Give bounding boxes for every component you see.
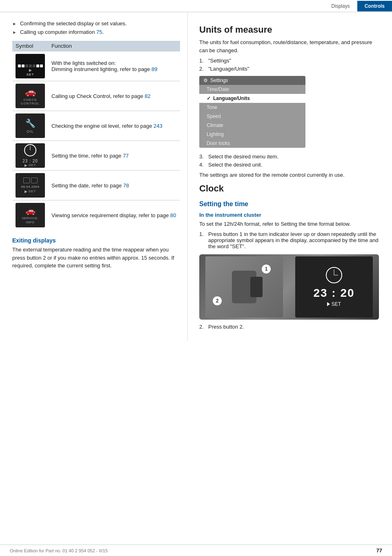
cluster-time-display: 23 : 20: [313, 287, 354, 300]
units-footer-text: The settings are stored for the remote c…: [199, 171, 382, 179]
clock-step-text-2: Press button 2.: [208, 324, 244, 330]
oil-label: OIL: [27, 129, 34, 133]
service-car-icon: 🚗: [25, 206, 36, 216]
sym-block: [40, 64, 43, 67]
clock-step-2: 2. Press button 2.: [199, 324, 382, 330]
step-text: "Language/Units": [208, 66, 249, 72]
table-row: 23 : 20 ▶ SET Setting the time, refer to…: [12, 141, 180, 171]
cluster-left-panel: 2 1: [205, 256, 283, 318]
settings-item-doorlocks: Door locks: [199, 139, 305, 148]
arrow-small2: ▶: [24, 189, 27, 193]
cluster-right-panel: 23 : 20 SET: [295, 256, 373, 318]
units-step-1: 1. "Settings": [199, 58, 382, 64]
date-text: 08.04.2004: [21, 185, 39, 189]
bullet-item-2: ► Calling up computer information 75.: [12, 29, 180, 35]
settings-symbol: ▶ SET: [16, 54, 45, 78]
sym-cell-service: 🚗 SERVICE-INFO: [12, 200, 48, 230]
units-step-3: 3. Select the desired menu item.: [199, 153, 382, 160]
settings-item-language: ✓ Language/Units: [199, 94, 305, 103]
link-243[interactable]: 243: [154, 123, 163, 129]
func-cell-service: Viewing service requirement display, ref…: [48, 200, 180, 230]
col-function: Function: [48, 41, 180, 51]
oil-symbol: 🔧 OIL: [16, 113, 45, 138]
step-num-4: 4.: [199, 162, 208, 168]
tab-controls[interactable]: Controls: [357, 1, 392, 11]
sym-block-dark: [29, 64, 32, 67]
bullet-text-1: Confirming the selected display or set v…: [20, 20, 127, 27]
sym-block: [18, 64, 21, 67]
func-cell-check: Calling up Check Control, refer to page …: [48, 81, 180, 111]
step-text-4: Select the desired unit.: [208, 162, 262, 168]
clock-step-2-list: 2. Press button 2.: [199, 324, 382, 330]
badge-1: 1: [262, 265, 271, 274]
footer-page: 77: [376, 547, 382, 554]
clock-heading: Clock: [199, 183, 382, 194]
set-label: SET: [29, 163, 36, 167]
step-text: "Settings": [208, 58, 231, 64]
sym-label: SET: [27, 73, 34, 76]
footer-text: Online Edition for Part no. 01 40 2 954 …: [10, 548, 108, 553]
service-symbol: 🚗 SERVICE-INFO: [16, 203, 45, 227]
main-content: ► Confirming the selected display or set…: [0, 12, 392, 341]
units-step-4: 4. Select the desired unit.: [199, 162, 382, 168]
bullet-item-1: ► Confirming the selected display or set…: [12, 20, 180, 27]
lever: [250, 277, 263, 297]
step-text-3: Select the desired menu item.: [208, 153, 278, 160]
table-row: 🚗 SERVICE-INFO Viewing service requireme…: [12, 200, 180, 230]
tab-displays[interactable]: Displays: [324, 1, 357, 11]
settings-title-bar: ⚙ Settings: [199, 76, 305, 85]
service-label: SERVICE-INFO: [22, 216, 39, 224]
sym-icon-row: [18, 64, 43, 67]
date-box: [31, 178, 38, 183]
symbol-function-table: Symbol Function: [12, 41, 180, 230]
checkmark-icon: ✓: [207, 96, 211, 101]
instrument-cluster-heading: In the instrument cluster: [199, 212, 382, 218]
settings-gear-icon: ⚙: [203, 78, 208, 83]
clock-step-num-2: 2.: [199, 324, 208, 330]
func-cell-oil: Checking the engine oil level, refer to …: [48, 111, 180, 141]
bullet2-link[interactable]: 75: [96, 29, 102, 35]
set-display: ▶ SET: [24, 163, 36, 167]
badge-2: 2: [213, 296, 222, 305]
clock-hand-3: [334, 275, 338, 276]
settings-item-speed: Speed: [199, 112, 305, 121]
bullet-text-2: Calling up computer information 75.: [20, 29, 104, 35]
sym-block: [22, 64, 24, 67]
bullet-arrow-1: ►: [12, 21, 17, 26]
page-footer: Online Edition for Part no. 01 40 2 954 …: [0, 545, 392, 556]
link-77[interactable]: 77: [123, 153, 129, 159]
sym-cell-date: 08.04.2004 ▶ SET: [12, 171, 48, 200]
step-num-3: 3.: [199, 153, 208, 160]
sym-arrow: ▶: [29, 68, 32, 72]
sym-block: [36, 64, 39, 67]
cluster-arrow: [327, 302, 330, 306]
units-para: The units for fuel consumption, route/di…: [199, 38, 382, 54]
settings-item-lighting: Lighting: [199, 130, 305, 139]
clock-display-icon: [326, 267, 342, 283]
table-row: 08.04.2004 ▶ SET Setting the date, refer…: [12, 171, 180, 200]
setting-time-heading: Setting the time: [199, 200, 382, 208]
clock-step-1: 1. Press button 1 in the turn indicator …: [199, 231, 382, 249]
units-heading: Units of measure: [199, 24, 382, 35]
cluster-set-display: SET: [327, 301, 341, 307]
clock-steps-list: 1. Press button 1 in the turn indicator …: [199, 231, 382, 249]
arrow-small: ▶: [24, 163, 27, 167]
units-steps-3-4: 3. Select the desired menu item. 4. Sele…: [199, 153, 382, 168]
time-display: 23 : 20: [22, 159, 38, 163]
link-82[interactable]: 82: [145, 93, 150, 99]
clock-symbol: 23 : 20 ▶ SET: [16, 143, 45, 168]
func-cell-settings: With the lights switched on: Dimming ins…: [48, 51, 180, 81]
set-label2: SET: [29, 189, 36, 193]
link-78[interactable]: 78: [123, 182, 129, 189]
table-row: 🚗 CHECKCONTROL Calling up Check Control,…: [12, 81, 180, 111]
func-cell-date: Setting the date, refer to page 78: [48, 171, 180, 200]
func-cell-clock: Setting the time, refer to page 77: [48, 141, 180, 171]
clock-hand-12: [334, 269, 334, 275]
lever-panel: [232, 271, 256, 303]
units-steps-list: 1. "Settings" 2. "Language/Units": [199, 58, 382, 72]
step-num: 2.: [199, 66, 208, 72]
link-80[interactable]: 80: [170, 212, 176, 218]
link-89[interactable]: 89: [151, 66, 157, 72]
oil-icon: 🔧: [25, 118, 36, 128]
instrument-para: To set the 12h/24h format, refer to Sett…: [199, 220, 382, 228]
